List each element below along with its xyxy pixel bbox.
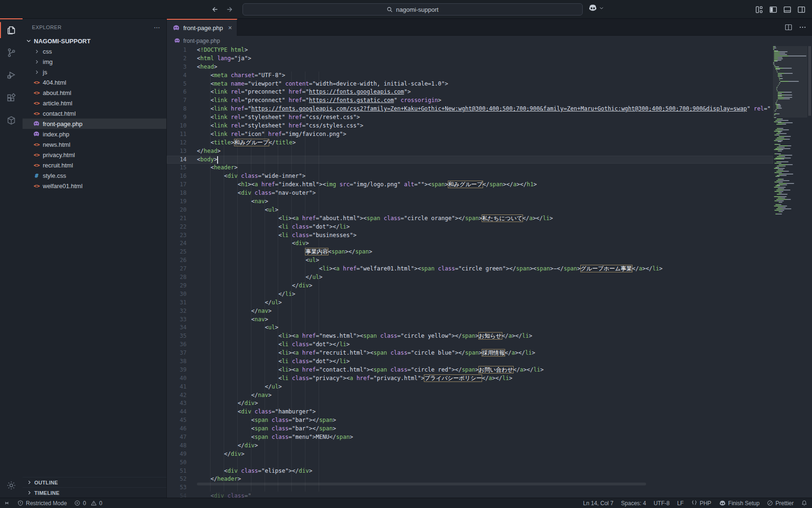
code-line-9[interactable]: 9 <link rel="stylesheet" href="css/reset… — [167, 113, 773, 122]
settings-gear-icon[interactable] — [0, 474, 23, 497]
file-item-article.html[interactable]: <>article.html — [23, 98, 166, 108]
code-line-49[interactable]: 49 </div> — [167, 450, 773, 459]
code-line-54[interactable]: 54 <div class=" — [167, 492, 773, 498]
code-line-25[interactable]: 25 事業内容<span></span> — [167, 248, 773, 256]
toggle-panel-icon[interactable] — [783, 6, 791, 14]
code-line-51[interactable]: 51 <div class="elipse"></div> — [167, 467, 773, 476]
code-line-45[interactable]: 45 <span class="bar"></span> — [167, 416, 773, 425]
code-line-44[interactable]: 44 <div class="hamburger"> — [167, 408, 773, 416]
code-line-2[interactable]: 2<html lang="ja"> — [167, 55, 773, 63]
code-line-20[interactable]: 20 <ul> — [167, 206, 773, 214]
explorer-actions-icon[interactable]: ⋯ — [154, 24, 161, 31]
run-debug-icon[interactable] — [0, 64, 23, 87]
file-item-news.html[interactable]: <>news.html — [23, 139, 166, 150]
cursor-position[interactable]: Ln 14, Col 7 — [583, 500, 614, 507]
breadcrumb[interactable]: front-page.php — [167, 36, 812, 46]
code-line-43[interactable]: 43 </div> — [167, 399, 773, 408]
code-line-37[interactable]: 37 <li><a href="recruit.html"><span clas… — [167, 349, 773, 357]
minimap[interactable] — [773, 46, 807, 498]
editor-more-actions-icon[interactable] — [799, 24, 806, 31]
code-editor[interactable]: 1<!DOCTYPE html>2<html lang="ja">3<head>… — [167, 46, 812, 498]
code-line-14[interactable]: 14<body> — [167, 156, 773, 164]
folder-item-js[interactable]: js — [23, 67, 166, 77]
code-line-6[interactable]: 6 <link rel="preconnect" href="https://f… — [167, 88, 773, 96]
vertical-scrollbar[interactable] — [807, 46, 812, 498]
code-line-50[interactable]: 50 — [167, 459, 773, 467]
code-line-34[interactable]: 34 <ul> — [167, 324, 773, 332]
code-line-12[interactable]: 12 <title>和みグループ</title> — [167, 139, 773, 147]
notifications-bell-icon[interactable] — [801, 500, 807, 506]
file-item-privacy.html[interactable]: <>privacy.html — [23, 150, 166, 160]
code-line-19[interactable]: 19 <nav> — [167, 198, 773, 206]
code-line-36[interactable]: 36 <li class="dot"></li> — [167, 341, 773, 349]
eol-setting[interactable]: LF — [677, 500, 684, 507]
remote-explorer-icon[interactable] — [0, 109, 23, 132]
code-line-48[interactable]: 48 </div> — [167, 442, 773, 450]
file-item-about.html[interactable]: <>about.html — [23, 87, 166, 98]
file-item-404.html[interactable]: <>404.html — [23, 77, 166, 87]
copilot-menu[interactable] — [588, 4, 604, 12]
command-center-search[interactable]: nagomi-support — [242, 3, 583, 16]
code-line-7[interactable]: 7 <link rel="preconnect" href="https://f… — [167, 96, 773, 105]
code-line-40[interactable]: 40 <li class="privacy"><a href="privacy.… — [167, 374, 773, 383]
code-line-30[interactable]: 30 </li> — [167, 290, 773, 299]
code-line-26[interactable]: 26 <ul> — [167, 256, 773, 265]
code-line-11[interactable]: 11 <link rel="icon" href="img/favicon.pn… — [167, 130, 773, 139]
code-line-35[interactable]: 35 <li><a href="news.html"><span class="… — [167, 332, 773, 341]
extensions-icon[interactable] — [0, 87, 23, 109]
code-line-15[interactable]: 15 <header> — [167, 164, 773, 172]
indentation-setting[interactable]: Spaces: 4 — [621, 500, 646, 507]
code-line-22[interactable]: 22 <li class="dot"></li> — [167, 223, 773, 231]
horizontal-scrollbar[interactable] — [197, 482, 773, 486]
file-item-welfare01.html[interactable]: <>welfare01.html — [23, 181, 166, 191]
code-line-28[interactable]: 28 </ul> — [167, 273, 773, 282]
code-line-21[interactable]: 21 <li><a href="about.html"><span class=… — [167, 214, 773, 223]
code-line-33[interactable]: 33 <nav> — [167, 316, 773, 324]
code-line-13[interactable]: 13</head> — [167, 147, 773, 156]
code-line-16[interactable]: 16 <div class="wide-inner"> — [167, 172, 773, 181]
tab-front-page-php[interactable]: front-page.php × — [167, 19, 237, 36]
code-line-1[interactable]: 1<!DOCTYPE html> — [167, 46, 773, 55]
code-line-39[interactable]: 39 <li><a href="contact.html"><span clas… — [167, 366, 773, 374]
remote-indicator-icon[interactable] — [4, 500, 10, 506]
code-line-46[interactable]: 46 <span class="bar"></span> — [167, 425, 773, 433]
code-line-24[interactable]: 24 <div> — [167, 239, 773, 248]
code-line-38[interactable]: 38 <li class="dot"></li> — [167, 357, 773, 366]
toggle-secondary-sidebar-icon[interactable] — [797, 6, 805, 14]
workspace-root-folder[interactable]: NAGOMI-SUPPORT — [23, 36, 166, 46]
code-line-29[interactable]: 29 </div> — [167, 282, 773, 290]
toggle-primary-sidebar-icon[interactable] — [769, 6, 777, 14]
code-line-23[interactable]: 23 <li class="businesses"> — [167, 231, 773, 240]
file-item-recruit.html[interactable]: <>recruit.html — [23, 160, 166, 170]
code-line-31[interactable]: 31 </ul> — [167, 299, 773, 307]
code-line-4[interactable]: 4 <meta charset="UTF-8"> — [167, 71, 773, 80]
folder-item-css[interactable]: css — [23, 46, 166, 56]
code-line-27[interactable]: 27 <li><a href="welfare01.html"><span cl… — [167, 265, 773, 273]
split-editor-icon[interactable] — [785, 24, 792, 31]
code-line-8[interactable]: 8 <link href="https://fonts.googleapis.c… — [167, 105, 773, 113]
prettier-status[interactable]: Prettier — [767, 500, 794, 507]
code-line-3[interactable]: 3<head> — [167, 63, 773, 71]
file-item-contact.html[interactable]: <>contact.html — [23, 108, 166, 119]
finish-setup-button[interactable]: Finish Setup — [719, 500, 760, 507]
code-line-47[interactable]: 47 <span class="menu">MENU</span> — [167, 433, 773, 442]
code-line-18[interactable]: 18 <div class="nav-outer"> — [167, 189, 773, 198]
code-line-10[interactable]: 10 <link rel="stylesheet" href="css/styl… — [167, 122, 773, 130]
encoding-setting[interactable]: UTF-8 — [654, 500, 670, 507]
timeline-section[interactable]: TIMELINE — [23, 487, 166, 498]
restricted-mode-badge[interactable]: Restricted Mode — [17, 500, 67, 507]
navigate-forward-icon[interactable] — [225, 4, 236, 15]
code-line-17[interactable]: 17 <h1><a href="index.html"><img src="im… — [167, 181, 773, 189]
code-line-32[interactable]: 32 </nav> — [167, 307, 773, 316]
close-tab-icon[interactable]: × — [228, 24, 232, 32]
code-line-41[interactable]: 41 </ul> — [167, 383, 773, 391]
folder-item-img[interactable]: img — [23, 56, 166, 67]
explorer-icon[interactable] — [0, 19, 23, 41]
outline-section[interactable]: OUTLINE — [23, 477, 166, 487]
language-mode[interactable]: PHP — [691, 500, 711, 507]
file-item-style.css[interactable]: #style.css — [23, 170, 166, 181]
problems-badge[interactable]: 0 0 — [74, 500, 102, 507]
file-item-front-page.php[interactable]: front-page.php — [23, 119, 166, 129]
file-item-index.php[interactable]: index.php — [23, 129, 166, 139]
code-line-5[interactable]: 5 <meta name="viewport" content="width=d… — [167, 80, 773, 88]
